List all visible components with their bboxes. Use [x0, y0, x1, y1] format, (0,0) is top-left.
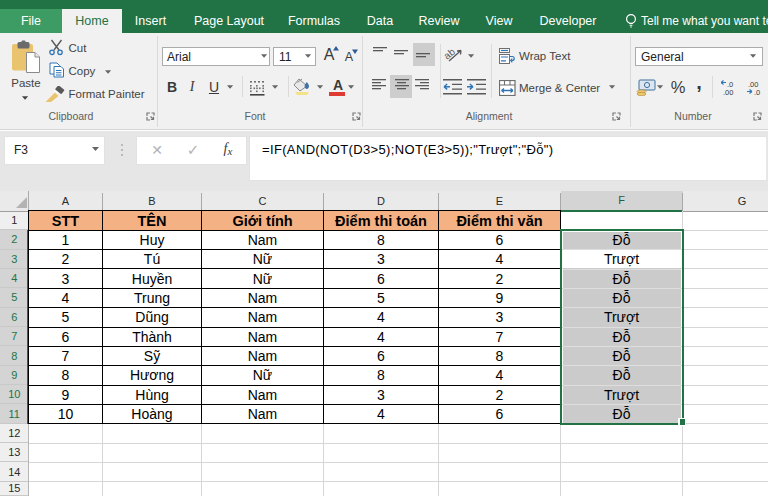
- svg-text:.0: .0: [754, 88, 760, 96]
- svg-text:.00: .00: [723, 88, 733, 96]
